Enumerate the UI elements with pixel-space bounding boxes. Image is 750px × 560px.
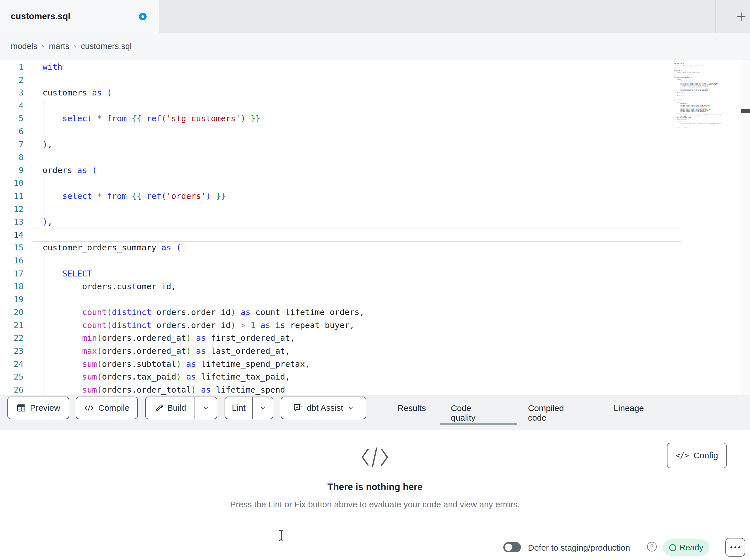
code-line [42,203,364,216]
plus-icon [735,11,747,23]
breadcrumb: models › marts › customers.sql [11,33,132,60]
breadcrumb-item-file: customers.sql [81,42,132,51]
ready-status-badge: Ready [663,539,709,556]
breadcrumb-separator: › [42,42,44,51]
code-line: ), [42,215,364,229]
build-dropdown-button[interactable] [195,404,217,412]
lint-label: Lint [232,403,245,413]
assist-sparkle-chat-icon [293,403,303,413]
code-icon: </> [676,451,689,460]
code-line: select * from {{ ref('stg_customers') }} [42,112,364,125]
more-options-button[interactable] [725,538,745,557]
text-cursor-pointer [276,529,287,543]
gutter: 1234567891011121314151617181920212223242… [0,61,23,395]
ellipsis-icon [730,546,732,548]
dbt-ide-window: customers.sql models › marts › customers… [0,0,750,560]
active-tab-underline [440,422,517,425]
code-line [42,74,364,87]
code-line: sum(orders.order_total) as lifetime_spen… [42,383,364,395]
code-line: with [42,61,364,74]
dbt-assist-button[interactable]: dbt Assist [281,397,366,419]
code-line: count(distinct orders.order_id) > 1 as i… [42,319,364,332]
build-split-button: Build [145,397,217,419]
code-line: min(orders.ordered_at) as first_ordered_… [42,332,364,345]
breadcrumb-item-marts: marts [49,42,70,51]
code-line [42,229,364,242]
chevron-down-icon [259,404,267,412]
build-label: Build [167,403,186,413]
defer-label: Defer to staging/production [528,543,630,553]
status-bar: Defer to staging/production ? Ready [0,537,750,560]
code-line: sum(orders.subtotal) as lifetime_spend_p… [42,358,364,371]
code-line [42,99,364,112]
chevron-down-icon [347,404,354,412]
chevron-down-icon [202,404,210,412]
code-line: customer_orders_summary as ( [42,241,364,254]
code-line: ), [42,138,364,151]
toggle-knob [505,544,512,551]
preview-button[interactable]: Preview [7,397,69,419]
code-icon [84,403,94,412]
code-editor[interactable]: 1234567891011121314151617181920212223242… [0,60,750,395]
help-icon[interactable]: ? [647,542,657,552]
code-lines: withcustomers as ( select * from {{ ref(… [42,61,364,395]
minimap[interactable]: withcustomers as ( select * from {{ ref(… [674,61,738,130]
tab-lineage[interactable]: Lineage [614,403,644,413]
code-line [42,293,364,306]
compile-label: Compile [98,403,129,413]
empty-state-title: There is nothing here [0,481,750,492]
code-quality-panel: </> Config There is nothing here Press t… [0,430,750,537]
code-line: orders.customer_id, [42,280,364,293]
ready-label: Ready [680,543,704,552]
breadcrumb-separator: › [74,42,77,51]
editor-scrollbar[interactable] [741,60,750,395]
breadcrumb-bar: models › marts › customers.sql Save [0,33,750,60]
code-line: customers as ( [42,86,364,99]
lint-split-button: Lint [224,397,273,419]
tab-compiled-code[interactable]: Compiled code [528,403,564,422]
tab-results[interactable]: Results [397,403,426,413]
minimap-content: withcustomers as ( select * from {{ ref(… [674,61,738,129]
build-button[interactable]: Build [146,403,195,413]
preview-label: Preview [30,403,60,413]
breadcrumb-item-models: models [11,42,37,51]
code-line: orders as ( [42,164,364,177]
config-label: Config [694,451,718,460]
code-line: SELECT [42,267,364,281]
new-tab-button[interactable] [732,8,750,25]
empty-state-subtitle: Press the Lint or Fix button above to ev… [0,500,750,509]
lint-button[interactable]: Lint [225,403,252,413]
code-line [42,177,364,190]
results-toolbar: Preview Compile Build Lin [0,395,750,430]
tab-title: customers.sql [11,11,70,22]
help-glyph: ? [650,543,654,551]
wrench-icon [154,403,163,412]
code-line: sum(orders.tax_paid) as lifetime_tax_pai… [42,371,364,383]
empty-state-code-icon [361,447,389,469]
tabbar-divider [715,0,716,33]
lint-dropdown-button[interactable] [253,404,273,412]
table-icon [17,403,26,413]
tab-customers-sql[interactable]: customers.sql [0,0,159,33]
compile-button[interactable]: Compile [76,397,138,419]
code-line: max(orders.ordered_at) as last_ordered_a… [42,345,364,358]
unsaved-changes-dot-icon [139,13,146,20]
scrollbar-thumb[interactable] [741,109,750,113]
code-line: count(distinct orders.order_id) as count… [42,306,364,319]
defer-toggle[interactable] [503,542,521,552]
code-line [42,151,364,164]
tab-bar: customers.sql [0,0,750,33]
status-circle-icon [669,544,676,551]
tab-code-quality[interactable]: Code quality [451,403,475,422]
assist-label: dbt Assist [307,403,343,413]
code-line [42,254,364,267]
code-line: select * from {{ ref('orders') }} [42,190,364,203]
config-button[interactable]: </> Config [667,443,727,468]
code-line [42,125,364,138]
